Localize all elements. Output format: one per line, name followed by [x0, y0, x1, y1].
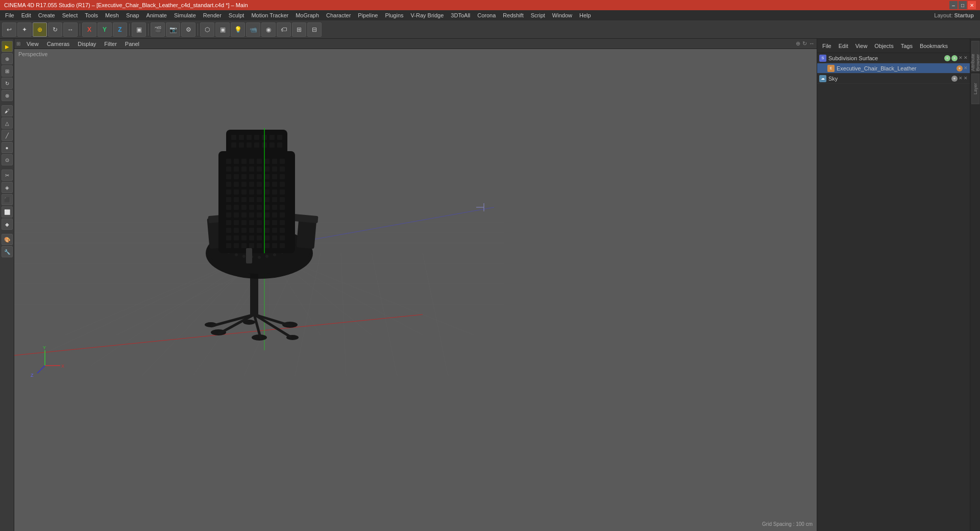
toolbar-z-axis[interactable]: Z	[113, 22, 127, 37]
menu-window[interactable]: Window	[549, 11, 575, 19]
obj-lock-btn[interactable]: ✕	[959, 55, 963, 61]
svg-rect-91	[241, 182, 247, 187]
obj-menu-edit[interactable]: Edit	[836, 42, 851, 50]
obj-vis-btn3[interactable]: ●	[951, 76, 958, 82]
menu-animate[interactable]: Animate	[143, 11, 170, 19]
toolbar-material[interactable]: ◉	[261, 22, 276, 37]
menu-create[interactable]: Create	[35, 11, 58, 19]
toolbar-cube[interactable]: ▣	[215, 22, 230, 37]
obj-icon-subdivision: S	[819, 55, 826, 62]
toolbar-move[interactable]: ⊕	[33, 22, 47, 37]
tool-point[interactable]: ●	[2, 142, 13, 153]
vp-nav-scale[interactable]: ↔	[809, 40, 815, 47]
tool-move[interactable]: ⊕	[2, 53, 13, 64]
toolbar-sphere[interactable]: ⬡	[200, 22, 214, 37]
close-button[interactable]: ✕	[968, 1, 976, 9]
toolbar-new[interactable]: ✦	[17, 22, 32, 37]
menu-mograph[interactable]: MoGraph	[292, 11, 322, 19]
perspective-label: Perspective	[18, 51, 47, 57]
tool-poly[interactable]: △	[2, 117, 13, 129]
obj-tag-btn[interactable]: ✕	[964, 65, 968, 71]
tool-extrude[interactable]: ⬛	[2, 194, 13, 205]
menu-file[interactable]: File	[2, 11, 17, 19]
tool-paint[interactable]: 🎨	[2, 234, 13, 245]
toolbar-tag[interactable]: 🏷	[277, 22, 291, 37]
toolbar-light[interactable]: 💡	[231, 22, 245, 37]
menu-character[interactable]: Character	[323, 11, 354, 19]
vp-menu-panel[interactable]: Panel	[123, 41, 141, 47]
obj-edit-btn3[interactable]: ✕	[959, 76, 963, 82]
tool-bevel[interactable]: ◆	[2, 219, 13, 230]
tool-loop[interactable]: ◈	[2, 182, 13, 193]
menu-select[interactable]: Select	[59, 11, 81, 19]
vp-menu-filter[interactable]: Filter	[102, 41, 118, 47]
menu-motiontracker[interactable]: Motion Tracker	[248, 11, 291, 19]
toolbar-points[interactable]: ▣	[132, 22, 146, 37]
obj-menu-view[interactable]: View	[852, 42, 871, 50]
menu-pipeline[interactable]: Pipeline	[355, 11, 381, 19]
menu-render[interactable]: Render	[200, 11, 225, 19]
svg-rect-120	[280, 205, 285, 210]
obj-render-btn[interactable]: ●	[951, 55, 958, 61]
vp-menu-display[interactable]: Display	[76, 41, 98, 47]
obj-menu-tags[interactable]: Tags	[898, 42, 916, 50]
obj-item-sky[interactable]: ☁ Sky ● ✕ ✕	[817, 74, 970, 84]
toolbar-snap2[interactable]: ⊟	[307, 22, 322, 37]
menu-vray[interactable]: V-Ray Bridge	[408, 11, 447, 19]
menu-plugins[interactable]: Plugins	[382, 11, 406, 19]
obj-vis-btn2[interactable]: ●	[957, 65, 963, 71]
svg-rect-157	[257, 243, 262, 248]
toolbar-render[interactable]: 📷	[166, 22, 180, 37]
toolbar-y-axis[interactable]: Y	[97, 22, 112, 37]
tool-edge[interactable]: ╱	[2, 130, 13, 141]
vp-menu-cameras[interactable]: Cameras	[45, 41, 72, 47]
vp-nav-move[interactable]: ⊕	[796, 40, 800, 47]
tool-rotate[interactable]: ↻	[2, 78, 13, 89]
tool-transform[interactable]: ⊗	[2, 90, 13, 101]
vp-nav-rotate[interactable]: ↻	[802, 40, 807, 47]
menu-simulate[interactable]: Simulate	[171, 11, 199, 19]
obj-menu-bookmarks[interactable]: Bookmarks	[917, 42, 951, 50]
tool-select[interactable]: ▶	[2, 41, 13, 52]
obj-item-chair[interactable]: E Executive_Chair_Black_Leather ● ✕	[817, 63, 970, 74]
toolbar-scale[interactable]: ↔	[63, 22, 78, 37]
toolbar-render-view[interactable]: 🎬	[151, 22, 165, 37]
toolbar-undo[interactable]: ↩	[2, 22, 16, 37]
tool-brush[interactable]: 🖌	[2, 105, 13, 116]
toolbar-x-axis[interactable]: X	[82, 22, 96, 37]
menu-tools[interactable]: Tools	[82, 11, 101, 19]
maximize-button[interactable]: □	[959, 1, 967, 9]
toolbar-camera[interactable]: 📹	[246, 22, 260, 37]
menu-snap[interactable]: Snap	[123, 11, 142, 19]
menu-mesh[interactable]: Mesh	[102, 11, 122, 19]
menu-sculpt[interactable]: Sculpt	[226, 11, 248, 19]
browser-attribute[interactable]: Attribute Browser	[971, 41, 979, 71]
tool-scale[interactable]: ⊞	[2, 65, 13, 77]
menu-script[interactable]: Script	[528, 11, 548, 19]
toolbar-grid[interactable]: ⊞	[292, 22, 306, 37]
vp-menu-view[interactable]: View	[24, 41, 41, 47]
tool-knife[interactable]: ✂	[2, 170, 13, 181]
tool-live[interactable]: ⊙	[2, 154, 13, 165]
menu-edit[interactable]: Edit	[18, 11, 34, 19]
minimize-button[interactable]: –	[949, 1, 958, 9]
obj-item-subdivision[interactable]: S Subdivision Surface ● ● ✕ ✕	[817, 53, 970, 63]
obj-vis-btn[interactable]: ●	[944, 55, 950, 61]
svg-rect-78	[264, 166, 270, 172]
tool-sculpt[interactable]: 🔧	[2, 246, 13, 257]
menu-help[interactable]: Help	[576, 11, 594, 19]
browser-layer[interactable]: Layer	[971, 74, 979, 104]
menu-3dtoall[interactable]: 3DToAll	[448, 11, 473, 19]
obj-lock-btn3[interactable]: ✕	[964, 76, 968, 82]
tool-inner[interactable]: ⬜	[2, 206, 13, 218]
toolbar-rotate[interactable]: ↻	[48, 22, 62, 37]
menu-corona[interactable]: Corona	[474, 11, 499, 19]
svg-rect-73	[226, 166, 231, 172]
menu-redshift[interactable]: Redshift	[500, 11, 526, 19]
svg-point-56	[265, 255, 268, 258]
obj-menu-objects[interactable]: Objects	[871, 42, 896, 50]
toolbar-render-settings[interactable]: ⚙	[181, 22, 195, 37]
viewport[interactable]: X Y Z Perspective Grid Spacing : 100 cm	[14, 49, 817, 531]
obj-menu-file[interactable]: File	[819, 42, 835, 50]
obj-edit-btn[interactable]: ✕	[964, 55, 968, 61]
